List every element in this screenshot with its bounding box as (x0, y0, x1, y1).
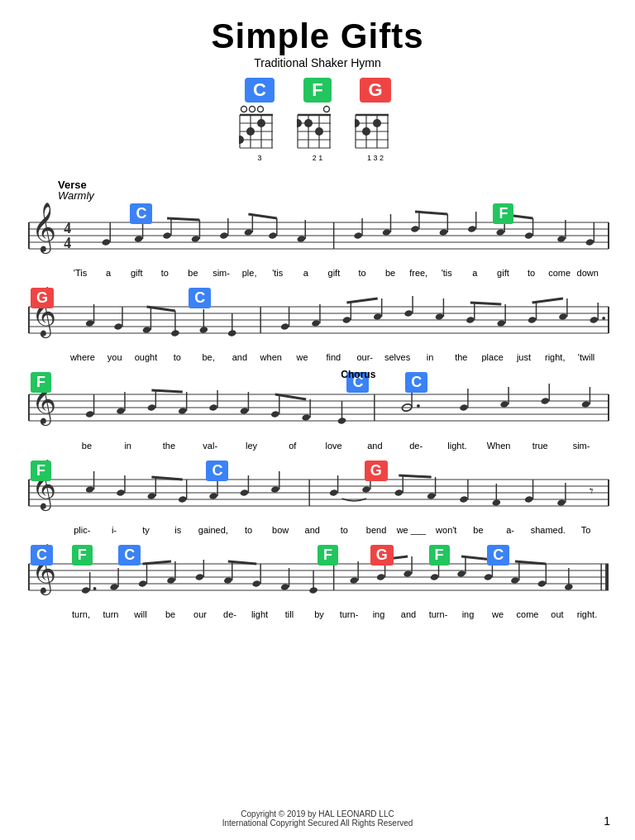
lyric: turn- (337, 609, 360, 619)
svg-point-116 (373, 313, 382, 320)
lyric: ty (135, 525, 158, 535)
svg-point-83 (585, 238, 594, 246)
staff5-chord3: C (118, 545, 141, 566)
lyric: by (308, 609, 331, 619)
lyric: find (322, 352, 345, 362)
lyric: in (418, 352, 442, 362)
svg-point-154 (208, 403, 217, 411)
lyric: and (228, 352, 251, 362)
svg-point-166 (417, 404, 420, 408)
svg-point-67 (354, 231, 363, 239)
lyric: won't (435, 525, 458, 535)
staff4-chord1: F (31, 461, 51, 481)
lyric: de- (218, 609, 241, 619)
lyric: our (189, 609, 212, 619)
svg-point-63 (268, 231, 277, 239)
staff2-chord1: G (31, 288, 54, 308)
svg-point-152 (178, 407, 187, 414)
lyric: and (397, 609, 420, 619)
lyric: right. (575, 609, 599, 619)
svg-point-12 (239, 136, 244, 144)
svg-point-200 (329, 489, 338, 496)
lyric: light. (446, 441, 469, 451)
svg-point-14 (257, 119, 265, 127)
svg-point-234 (138, 580, 147, 587)
svg-point-231 (93, 587, 97, 590)
lyric: ple, (238, 268, 261, 278)
lyric: When (487, 441, 511, 451)
svg-point-132 (602, 317, 605, 320)
lyric: de- (404, 441, 427, 451)
svg-line-175 (151, 390, 182, 392)
lyric: will (129, 609, 152, 619)
svg-point-2 (258, 107, 264, 112)
lyric: 'Tis (69, 268, 92, 278)
lyric: turn- (427, 609, 450, 619)
staff-3-svg: 𝄞 (25, 370, 610, 432)
svg-point-79 (524, 231, 533, 239)
lyric: to (520, 268, 543, 278)
svg-text:𝄞: 𝄞 (31, 203, 57, 255)
lyric: and (301, 525, 324, 535)
lyric: be (75, 441, 98, 451)
lyric: ing (456, 609, 480, 619)
staff4-chord3: G (365, 461, 388, 481)
chord-c: C 3 (239, 78, 280, 162)
chord-diagrams: C 3 (25, 78, 610, 162)
svg-point-124 (497, 319, 506, 327)
lyric: to (153, 268, 176, 278)
lyric: down (576, 268, 599, 278)
lyric: the (157, 441, 180, 451)
lyric: plic- (70, 525, 93, 535)
svg-point-15 (324, 107, 330, 112)
svg-point-196 (240, 489, 249, 496)
lyric: selves (384, 352, 410, 362)
lyric: out (546, 609, 569, 619)
lyric: our- (353, 352, 376, 362)
svg-point-81 (556, 235, 566, 242)
svg-point-0 (241, 107, 247, 112)
svg-line-85 (167, 218, 199, 220)
staff-3: F C C Chorus 𝄞 (25, 370, 610, 451)
lyric: to (165, 352, 189, 362)
svg-point-256 (456, 570, 466, 577)
staff-4-svg: 𝄞 (25, 459, 610, 517)
lyric: ley (240, 441, 263, 451)
lyric: bend (365, 525, 388, 535)
svg-point-102 (142, 326, 151, 333)
svg-point-258 (484, 573, 493, 580)
svg-point-38 (362, 127, 370, 136)
svg-point-204 (394, 489, 403, 496)
chorus-label: Chorus (341, 369, 375, 380)
lyric: till (278, 609, 301, 619)
staff-4-lyrics: plic- i- ty is gained, to bow and to ben… (25, 525, 610, 535)
staff5-chord6: F (429, 545, 450, 566)
svg-point-73 (439, 228, 448, 236)
staff-1: Verse Warmly C F 𝄞 4 4 (25, 179, 610, 278)
staff1-chord1: C (130, 203, 152, 224)
lyric: be (159, 609, 182, 619)
lyric: is (166, 525, 189, 535)
svg-point-158 (270, 410, 279, 418)
chord-g-fingers: 1 3 2 (367, 154, 384, 162)
svg-point-98 (85, 319, 94, 327)
svg-point-130 (590, 316, 599, 323)
lyric: right, (543, 352, 566, 362)
svg-point-13 (246, 127, 255, 136)
staff-3-container: F C C Chorus 𝄞 (25, 370, 610, 441)
svg-point-160 (302, 413, 311, 421)
svg-point-122 (466, 316, 475, 323)
lyric: a (294, 268, 318, 278)
svg-line-136 (532, 298, 563, 303)
svg-point-75 (467, 225, 476, 232)
svg-point-194 (208, 492, 217, 499)
svg-point-69 (382, 228, 391, 236)
lyric: to (332, 525, 356, 535)
lyric: place (481, 352, 504, 362)
lyric: we (291, 352, 314, 362)
svg-point-208 (459, 495, 468, 503)
lyric: come (548, 268, 571, 278)
svg-point-156 (240, 407, 249, 414)
staff-1-container: C F 𝄞 4 4 (25, 202, 610, 268)
svg-point-128 (558, 313, 567, 320)
